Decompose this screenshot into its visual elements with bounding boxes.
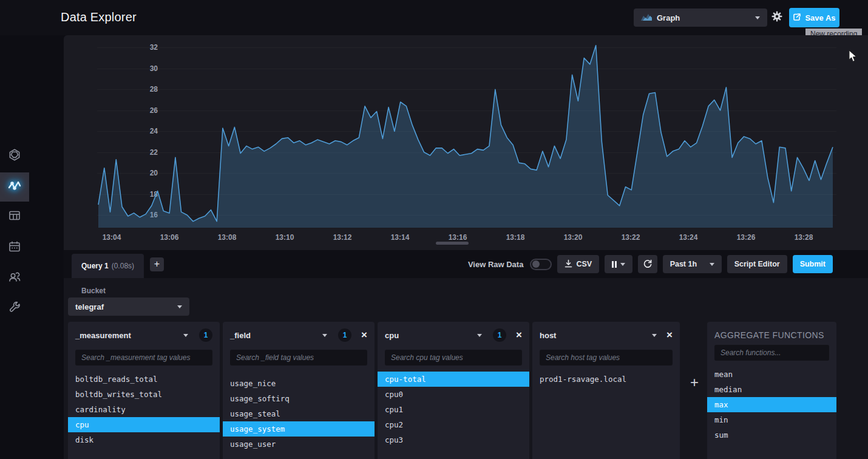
aggregate-functions-title: AGGREGATE FUNCTIONS [707,322,836,341]
tag-value-item[interactable]: usage_system [223,421,375,437]
tag-value-item[interactable]: disk [68,432,220,447]
tag-value-item[interactable]: cpu1 [378,402,529,417]
tag-value-item[interactable]: prod1-rsavage.local [532,372,680,387]
function-item[interactable]: min [707,412,836,427]
tag-value-item[interactable]: cpu3 [378,432,529,447]
add-tag-card-button[interactable]: + [687,375,702,391]
nav-item-settings[interactable] [0,294,29,323]
tag-key-label: cpu [385,331,399,340]
pause-icon [612,261,617,268]
tag-value-item[interactable]: usage_user [223,437,375,452]
aggregate-functions-card: AGGREGATE FUNCTIONSmeanmedianmaxminsum [707,322,836,459]
tag-value-item[interactable]: cpu0 [378,387,529,402]
cube-icon [7,148,22,165]
query-tab[interactable]: Query 1 (0.08s) [72,254,144,278]
tag-selector-card-host: host×prod1-rsavage.local [532,322,680,459]
tag-value-item[interactable]: boltdb_writes_total [68,387,220,402]
tag-key-dropdown[interactable]: _field1× [223,324,375,346]
selected-count-badge: 1 [493,328,506,342]
tag-value-item[interactable]: usage_steal [223,406,375,421]
tag-selector-card-measurement: _measurement1boltdb_reads_totalboltdb_wr… [68,322,220,459]
csv-download-button[interactable]: CSV [557,255,599,273]
refresh-icon [643,259,653,270]
add-query-button[interactable]: + [150,257,164,271]
submit-button[interactable]: Submit [793,255,833,273]
x-tick-label: 13:10 [270,233,300,242]
tag-value-list: boltdb_reads_totalboltdb_writes_totalcar… [68,372,220,447]
x-tick-label: 13:04 [97,233,127,242]
x-tick-label: 13:20 [558,233,588,242]
view-raw-data-toggle[interactable] [530,259,552,270]
query-tab-strip: Query 1 (0.08s) + View Raw Data CSV [64,251,868,278]
tag-key-dropdown[interactable]: host× [532,324,680,346]
tag-value-search-input[interactable] [75,350,212,365]
tag-value-item[interactable]: boltdb_reads_total [68,372,220,387]
refresh-button[interactable] [638,255,657,273]
chevron-down-icon [477,334,482,337]
save-as-button[interactable]: Save As [789,8,839,27]
nav-item-load-data[interactable] [0,141,29,171]
nav-item-members[interactable] [0,264,29,293]
tag-value-search-input[interactable] [540,350,673,365]
close-icon[interactable]: × [361,331,367,339]
view-type-dropdown[interactable]: Graph [634,8,767,27]
view-raw-data-label: View Raw Data [468,260,524,269]
wrench-icon [7,300,22,317]
query-duration: (0.08s) [112,262,134,270]
horizontal-scrollbar-thumb[interactable] [436,242,469,245]
chevron-down-icon [177,305,182,308]
bucket-selected: telegraf [75,302,104,311]
tag-value-list: prod1-rsavage.local [532,372,680,387]
tag-value-item[interactable]: cpu2 [378,417,529,432]
tag-key-dropdown[interactable]: cpu1× [378,324,529,346]
tag-value-item[interactable]: cpu-total [378,372,529,387]
function-item[interactable]: mean [707,367,836,382]
tag-value-search-input[interactable] [385,350,522,365]
selected-count-badge: 1 [338,328,351,342]
save-as-label: Save As [805,13,835,22]
close-icon[interactable]: × [516,331,522,339]
query-panel: Query 1 (0.08s) + View Raw Data CSV [64,251,868,459]
tag-value-list: cpu-totalcpu0cpu1cpu2cpu3 [378,372,529,447]
script-editor-label: Script Editor [734,260,780,268]
toggle-knob [532,260,540,268]
tag-value-item[interactable]: usage_softirq [223,391,375,406]
tag-value-search-input[interactable] [230,350,367,365]
bucket-dropdown[interactable]: telegraf [68,298,189,316]
tag-key-dropdown[interactable]: _measurement1 [68,324,220,346]
download-icon [565,259,572,270]
tag-selector-card-cpu: cpu1×cpu-totalcpu0cpu1cpu2cpu3 [378,322,529,459]
script-editor-button[interactable]: Script Editor [727,255,787,273]
area-chart-icon [641,12,652,23]
page-title: Data Explorer [61,10,137,24]
time-range-dropdown[interactable]: Past 1h [663,255,722,273]
gear-icon [771,10,783,25]
nav-item-tasks[interactable] [0,233,29,262]
tag-value-list: usage_niceusage_softirqusage_stealusage_… [223,376,375,452]
x-tick-label: 13:06 [154,233,185,242]
settings-button[interactable] [768,8,785,27]
tag-value-item[interactable]: cardinality [68,402,220,417]
x-tick-label: 13:08 [212,233,242,242]
function-item[interactable]: sum [707,427,836,443]
function-item[interactable]: max [707,397,836,412]
tag-key-label: host [540,331,556,340]
tag-key-label: _field [230,331,251,340]
chevron-down-icon [652,334,657,337]
chevron-down-icon [755,16,760,19]
function-item[interactable]: median [707,382,836,397]
tag-key-label: _measurement [75,331,131,340]
close-icon[interactable]: × [666,331,673,339]
selected-count-badge: 1 [199,328,212,342]
chevron-down-icon [183,334,188,337]
time-series-chart[interactable] [97,38,836,228]
tag-value-item[interactable]: cpu [68,417,220,432]
nav-item-data-explorer[interactable] [0,172,29,202]
function-search-input[interactable] [714,345,829,361]
tag-value-item[interactable]: usage_nice [223,376,375,391]
grid-icon [7,208,22,225]
pause-button[interactable] [605,255,632,273]
x-tick-label: 13:14 [385,233,415,242]
nav-item-dashboards[interactable] [0,202,29,231]
tag-selector-card-field: _field1×usage_niceusage_softirqusage_ste… [223,322,375,459]
